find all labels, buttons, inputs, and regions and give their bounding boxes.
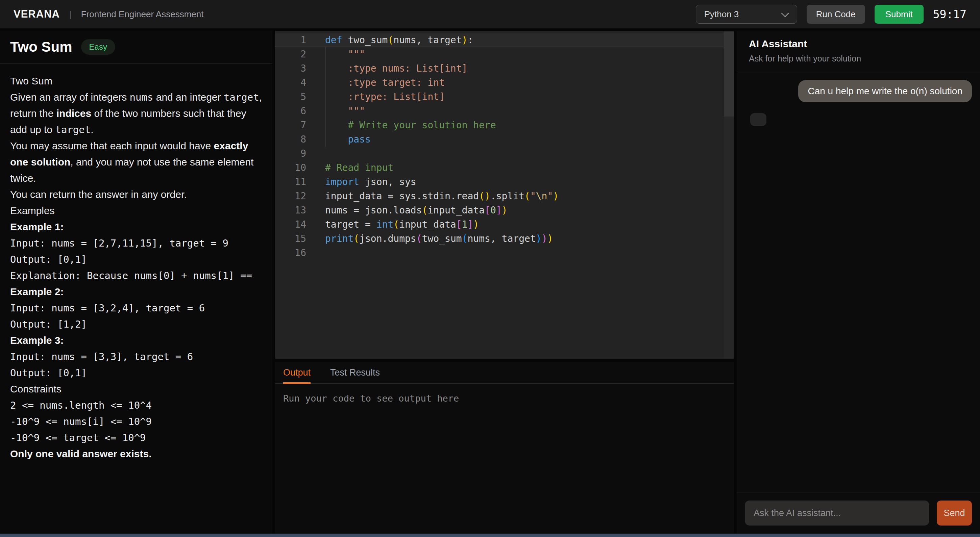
ai-assistant-header: AI Assistant Ask for help with your solu…	[737, 31, 980, 71]
description-line: Output: [0,1]	[10, 365, 262, 381]
tab-output[interactable]: Output	[283, 362, 310, 383]
code-line: 8 pass	[275, 132, 734, 146]
line-number: 6	[275, 105, 306, 116]
brand-logo: VERANA	[14, 8, 60, 20]
description-line: Two Sum	[10, 73, 262, 89]
ai-assistant-title: AI Assistant	[749, 38, 968, 50]
scrollbar-thumb[interactable]	[724, 32, 734, 116]
description-line: Constraints	[10, 381, 262, 397]
description-line: Example 3:	[10, 332, 262, 348]
description-line: 2 <= nums.length <= 10^4	[10, 397, 262, 413]
description-line: -10^9 <= nums[i] <= 10^9	[10, 413, 262, 430]
code-line: 13nums = json.loads(input_data[0])	[275, 203, 734, 217]
description-line: Examples	[10, 203, 262, 219]
code-line: 9	[275, 146, 734, 160]
line-number: 8	[275, 134, 306, 145]
typing-indicator	[750, 113, 767, 126]
description-line: Input: nums = [2,7,11,15], target = 9	[10, 235, 262, 251]
description-line: Only one valid answer exists.	[10, 446, 262, 462]
code-editor[interactable]: 1def two_sum(nums, target):2 """3 :type …	[275, 31, 734, 359]
description-line: Output: [0,1]	[10, 251, 262, 267]
desktop-background	[0, 534, 980, 537]
line-number: 10	[275, 162, 306, 173]
code-lines: 1def two_sum(nums, target):2 """3 :type …	[275, 33, 734, 260]
page-title: Two Sum	[10, 39, 72, 55]
app-window: VERANA | Frontend Engineer Assessment Py…	[0, 0, 980, 537]
problem-panel: Two Sum Easy Two SumGiven an array of in…	[0, 31, 272, 534]
output-tabs: OutputTest Results	[275, 362, 734, 384]
language-select[interactable]: Python 3	[696, 5, 797, 24]
line-number: 1	[275, 35, 306, 46]
header-separator: |	[69, 9, 72, 20]
problem-description: Two SumGiven an array of integers nums a…	[0, 64, 272, 472]
description-line: Given an array of integers nums and an i…	[10, 89, 262, 138]
chat-input-row: Send	[737, 492, 980, 534]
description-line: You can return the answer in any order.	[10, 186, 262, 203]
line-number: 13	[275, 205, 306, 216]
description-line: Output: [1,2]	[10, 316, 262, 332]
assessment-title: Frontend Engineer Assessment	[81, 9, 204, 20]
code-line: 10# Read input	[275, 160, 734, 175]
description-line: Input: nums = [3,2,4], target = 6	[10, 300, 262, 316]
line-number: 12	[275, 191, 306, 202]
center-column: 1def two_sum(nums, target):2 """3 :type …	[275, 31, 734, 534]
chat-history: Can u help me write the o(n) solution	[737, 71, 980, 492]
timer: 59:17	[933, 8, 966, 21]
description-line: Input: nums = [3,3], target = 6	[10, 348, 262, 365]
line-number: 16	[275, 247, 306, 258]
description-line: -10^9 <= target <= 10^9	[10, 430, 262, 446]
description-line: Example 1:	[10, 219, 262, 235]
code-line: 16	[275, 246, 734, 260]
description-line: You may assume that each input would hav…	[10, 138, 262, 186]
line-number: 9	[275, 148, 306, 159]
line-number: 5	[275, 91, 306, 102]
line-number: 11	[275, 176, 306, 187]
line-number: 4	[275, 77, 306, 88]
description-line: Example 2:	[10, 284, 262, 300]
tab-test-results[interactable]: Test Results	[330, 362, 380, 383]
code-line: 3 :type nums: List[int]	[275, 61, 734, 75]
submit-button[interactable]: Submit	[875, 5, 924, 24]
ai-assistant-subtitle: Ask for help with your solution	[749, 54, 968, 64]
code-line: 15print(json.dumps(two_sum(nums, target)…	[275, 231, 734, 246]
code-line: 1def two_sum(nums, target):	[275, 33, 734, 47]
code-line: 5 :rtype: List[int]	[275, 89, 734, 104]
run-code-button[interactable]: Run Code	[807, 5, 865, 24]
main-area: Two Sum Easy Two SumGiven an array of in…	[0, 29, 980, 534]
problem-header: Two Sum Easy	[0, 31, 272, 64]
code-line: 4 :type target: int	[275, 75, 734, 89]
code-line: 2 """	[275, 47, 734, 61]
description-line: Explanation: Because nums[0] + nums[1] =…	[10, 267, 262, 284]
output-panel: OutputTest Results Run your code to see …	[275, 362, 734, 534]
line-number: 2	[275, 49, 306, 60]
output-placeholder: Run your code to see output here	[275, 384, 734, 413]
difficulty-badge: Easy	[81, 39, 115, 55]
chevron-down-icon	[781, 10, 789, 17]
line-number: 3	[275, 63, 306, 74]
ai-assistant-panel: AI Assistant Ask for help with your solu…	[737, 31, 980, 534]
header-actions: Python 3 Run Code Submit 59:17	[696, 5, 966, 24]
send-button[interactable]: Send	[937, 500, 972, 526]
chat-input[interactable]	[745, 500, 929, 526]
code-line: 7 # Write your solution here	[275, 118, 734, 132]
language-select-value: Python 3	[704, 9, 739, 20]
user-message-bubble: Can u help me write the o(n) solution	[798, 80, 972, 102]
code-line: 6 """	[275, 104, 734, 118]
code-line: 11import json, sys	[275, 175, 734, 189]
top-bar: VERANA | Frontend Engineer Assessment Py…	[0, 0, 980, 29]
line-number: 15	[275, 233, 306, 244]
editor-scrollbar[interactable]	[724, 31, 734, 359]
line-number: 7	[275, 119, 306, 131]
code-line: 14target = int(input_data[1])	[275, 217, 734, 231]
line-number: 14	[275, 219, 306, 230]
code-line: 12input_data = sys.stdin.read().split("\…	[275, 189, 734, 203]
